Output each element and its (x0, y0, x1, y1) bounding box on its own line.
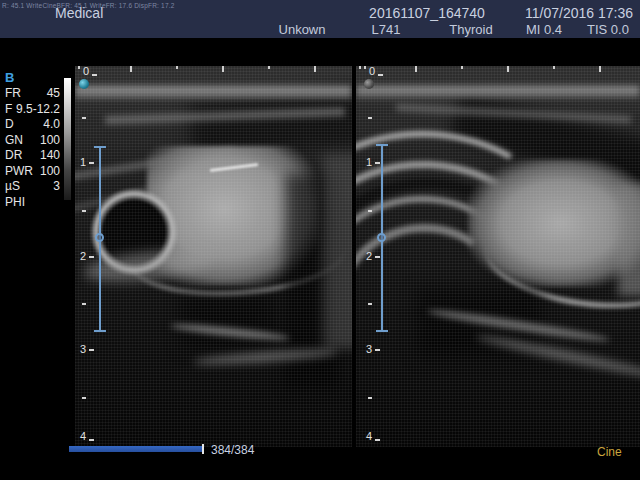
depth-label: 2 (366, 251, 372, 262)
ruler-tick (176, 66, 178, 69)
depth-label: 0 (369, 66, 375, 77)
ruler-tick (359, 66, 361, 69)
ultrasound-image-right: 0 1 2 3 4 (356, 66, 640, 447)
depth-label: 1 (366, 157, 372, 168)
ruler-tick (368, 210, 372, 212)
ruler-tick (415, 66, 417, 72)
depth-label: 2 (80, 251, 86, 262)
caliper-midpoint-handle[interactable] (377, 233, 386, 242)
depth-label: 3 (366, 344, 372, 355)
param-row: GN100 (5, 133, 60, 149)
probe-orientation-marker (364, 79, 374, 89)
carotid-artery-cross-section (90, 188, 178, 276)
header-bar: R: 45.1 WriteCineBFR: 45.1 WriteFR: 17.6… (0, 0, 640, 38)
parameter-panel: FR45 F9.5-12.2 D4.0 GN100 DR140 PWR100 µ… (5, 86, 60, 210)
mode-indicator: B (5, 70, 14, 85)
param-row: F9.5-12.2 (5, 102, 60, 118)
ruler-tick (553, 66, 555, 69)
ruler-tick (89, 439, 94, 441)
ruler-tick (89, 256, 94, 258)
ruler-tick (378, 74, 383, 76)
system-name: Medical (55, 5, 103, 21)
caliper-midpoint-handle[interactable] (95, 233, 104, 242)
study-id: 20161107_164740 (360, 5, 494, 21)
ruler-tick (92, 74, 97, 76)
caliper-bottom-cap[interactable] (94, 330, 106, 332)
ruler-tick (89, 162, 94, 164)
ruler-tick (461, 66, 463, 69)
ruler-tick (599, 66, 601, 72)
ruler-tick (368, 117, 372, 119)
ruler-tick (222, 66, 224, 72)
thyroid-lobe (468, 159, 640, 287)
ruler-tick (82, 117, 86, 119)
datetime: 11/07/2016 17:36 (520, 5, 638, 21)
param-row: D4.0 (5, 117, 60, 133)
ruler-tick (78, 66, 80, 69)
ruler-tick (82, 303, 86, 305)
param-row: PHI (5, 195, 60, 211)
ruler-tick (268, 66, 270, 69)
depth-label: 4 (366, 431, 372, 442)
ruler-tick (375, 256, 380, 258)
ultrasound-image-left: 0 1 2 3 4 (75, 66, 352, 447)
caliper-bottom-cap[interactable] (376, 330, 388, 332)
param-row: µS3 (5, 179, 60, 195)
param-row: PWR100 (5, 164, 60, 180)
depth-label: 4 (80, 431, 86, 442)
ruler-tick (314, 66, 316, 72)
ruler-tick (375, 439, 380, 441)
cine-position-handle[interactable] (202, 444, 204, 454)
probe-orientation-marker (79, 79, 89, 89)
depth-label: 0 (83, 66, 89, 77)
ruler-tick (368, 397, 372, 399)
ruler-tick (82, 397, 86, 399)
ruler-tick (89, 349, 94, 351)
ruler-tick (375, 349, 380, 351)
ultrasound-screen: R: 45.1 WriteCineBFR: 45.1 WriteFR: 17.6… (0, 0, 640, 480)
param-row: FR45 (5, 86, 60, 102)
param-row: DR140 (5, 148, 60, 164)
ruler-tick (82, 210, 86, 212)
frame-counter: 384/384 (211, 443, 254, 457)
cine-progress-bar[interactable] (69, 446, 203, 452)
depth-label: 1 (80, 157, 86, 168)
thermal-index: TIS 0.0 (553, 22, 640, 37)
ruler-tick (375, 162, 380, 164)
cine-status-label: Cine (597, 445, 622, 459)
grayscale-calibration-bar (64, 78, 71, 200)
depth-label: 3 (80, 344, 86, 355)
ruler-tick (368, 303, 372, 305)
ruler-tick (364, 66, 366, 69)
ruler-tick (507, 66, 509, 72)
ruler-tick (130, 66, 132, 72)
